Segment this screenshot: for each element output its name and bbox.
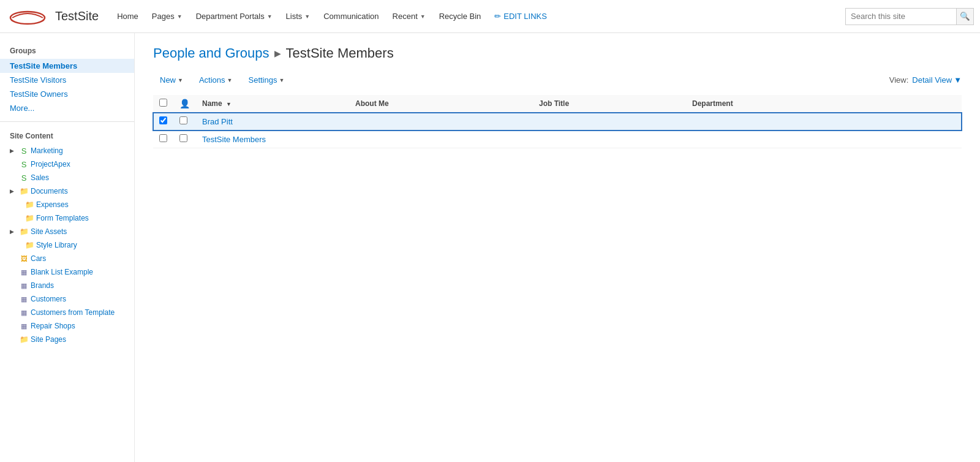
customers-template-icon: ▦ — [19, 308, 29, 317]
tree-item-form-templates[interactable]: 📁 Form Templates — [0, 211, 134, 225]
toggle-icon: ▶ — [10, 148, 17, 154]
tree-item-projectapex[interactable]: ▶ S ProjectApex — [0, 157, 134, 171]
tree-item-blank-list[interactable]: ▶ ▦ Blank List Example — [0, 265, 134, 279]
select-all-checkbox[interactable] — [159, 99, 167, 107]
nav-department-portals[interactable]: Department Portals▼ — [190, 0, 279, 33]
nav-home[interactable]: Home — [111, 0, 145, 33]
settings-button[interactable]: Settings ▼ — [242, 72, 292, 88]
group-name[interactable]: TestSite Members — [202, 135, 266, 144]
row-name-cell: Brad Pitt — [196, 113, 349, 131]
view-label: View: — [889, 75, 909, 85]
brands-icon: ▦ — [19, 281, 29, 290]
table-row: Brad Pitt — [153, 113, 962, 131]
projectapex-icon: S — [19, 159, 29, 169]
page-header: People and Groups ▶ TestSite Members — [153, 45, 962, 61]
pencil-icon: ✏ — [494, 12, 501, 21]
style-library-icon: 📁 — [24, 240, 34, 250]
col-header-job-title: Job Title — [533, 95, 686, 113]
row-department-cell — [686, 113, 962, 131]
sidebar-item-testsite-members[interactable]: TestSite Members — [0, 59, 134, 73]
toggle-assets: ▶ — [10, 229, 17, 235]
tree-item-repair-shops[interactable]: ▶ ▦ Repair Shops — [0, 319, 134, 333]
view-chevron: ▼ — [954, 75, 962, 85]
tree-item-cars[interactable]: ▶ 🖼 Cars — [0, 252, 134, 265]
search-input[interactable] — [846, 9, 956, 25]
blank-list-icon: ▦ — [19, 267, 29, 277]
sidebar-item-testsite-visitors[interactable]: TestSite Visitors — [0, 73, 134, 87]
new-button[interactable]: New ▼ — [153, 72, 190, 88]
customers-icon: ▦ — [19, 294, 29, 304]
row-checkbox-cell — [153, 131, 173, 148]
sidebar: Groups TestSite Members TestSite Visitor… — [0, 33, 135, 462]
row-presence-cell — [173, 113, 196, 131]
table-header-row: 👤 Name ▼ About Me Job Title Department — [153, 95, 962, 113]
tree-item-style-library[interactable]: 📁 Style Library — [0, 238, 134, 252]
top-nav: TestSite Home Pages▼ Department Portals▼… — [0, 0, 980, 33]
tree-item-site-assets[interactable]: ▶ 📁 Site Assets — [0, 225, 134, 238]
new-chevron: ▼ — [178, 77, 183, 83]
row-checkbox-brad-pitt[interactable] — [159, 116, 167, 124]
edit-links[interactable]: ✏ EDIT LINKS — [488, 12, 553, 21]
documents-icon: 📁 — [19, 186, 29, 196]
groups-title: Groups — [0, 43, 134, 59]
nav-recycle-bin[interactable]: Recycle Bin — [433, 0, 488, 33]
col-header-presence: 👤 — [173, 95, 196, 113]
presence-icon: 👤 — [179, 99, 190, 108]
sidebar-item-testsite-owners[interactable]: TestSite Owners — [0, 87, 134, 101]
detail-view-link[interactable]: Detail View ▼ — [912, 75, 962, 85]
site-content-title: Site Content — [0, 128, 134, 144]
row-presence-check[interactable] — [179, 116, 187, 124]
form-templates-icon: 📁 — [24, 213, 34, 223]
people-table: 👤 Name ▼ About Me Job Title Department — [153, 95, 962, 148]
tree-item-site-pages[interactable]: ▶ 📁 Site Pages — [0, 333, 134, 346]
actions-label: Actions — [199, 75, 225, 85]
row-checkbox-cell — [153, 113, 173, 131]
tree-item-documents[interactable]: ▶ 📁 Documents — [0, 184, 134, 198]
tree-item-expenses[interactable]: 📁 Expenses — [0, 198, 134, 211]
main-nav: Home Pages▼ Department Portals▼ Lists▼ C… — [111, 0, 845, 33]
tree-item-marketing[interactable]: ▶ S Marketing — [0, 144, 134, 157]
row-checkbox-testsite-members[interactable] — [159, 134, 167, 142]
cars-icon: 🖼 — [19, 254, 29, 263]
nav-lists[interactable]: Lists▼ — [280, 0, 317, 33]
name-sort-icon: ▼ — [226, 101, 232, 107]
col-header-name[interactable]: Name ▼ — [196, 95, 349, 113]
breadcrumb-separator: ▶ — [274, 48, 281, 58]
nav-communication[interactable]: Communication — [317, 0, 385, 33]
row-department-cell — [686, 131, 962, 148]
row-presence-check2[interactable] — [179, 134, 187, 142]
page-title: TestSite Members — [286, 45, 394, 61]
site-logo — [6, 4, 49, 29]
row-about-me-cell — [349, 131, 533, 148]
new-label: New — [160, 75, 176, 85]
col-header-check — [153, 95, 173, 113]
nav-recent[interactable]: Recent▼ — [386, 0, 432, 33]
search-button[interactable]: 🔍 — [956, 9, 973, 25]
search-area: 🔍 — [845, 8, 974, 25]
site-title: TestSite — [55, 9, 99, 23]
site-assets-icon: 📁 — [19, 227, 29, 237]
row-presence-cell — [173, 131, 196, 148]
tree-item-customers[interactable]: ▶ ▦ Customers — [0, 292, 134, 306]
sales-icon: S — [19, 173, 29, 183]
actions-chevron: ▼ — [227, 77, 233, 83]
logo-area: TestSite — [6, 4, 99, 29]
breadcrumb[interactable]: People and Groups — [153, 45, 270, 61]
tree-item-customers-from-template[interactable]: ▶ ▦ Customers from Template — [0, 306, 134, 319]
sidebar-divider — [0, 121, 134, 122]
tree-item-brands[interactable]: ▶ ▦ Brands — [0, 279, 134, 292]
row-job-title-cell — [533, 131, 686, 148]
sidebar-more[interactable]: More... — [0, 101, 134, 115]
settings-label: Settings — [249, 75, 277, 85]
site-pages-icon: 📁 — [19, 335, 29, 344]
nav-pages[interactable]: Pages▼ — [146, 0, 189, 33]
page-layout: Groups TestSite Members TestSite Visitor… — [0, 33, 980, 462]
table-row: TestSite Members — [153, 131, 962, 148]
marketing-icon: S — [19, 146, 29, 156]
view-controls: View: Detail View ▼ — [889, 75, 962, 85]
row-about-me-cell — [349, 113, 533, 131]
tree-item-sales[interactable]: ▶ S Sales — [0, 171, 134, 184]
person-name[interactable]: Brad Pitt — [202, 117, 233, 126]
actions-button[interactable]: Actions ▼ — [192, 72, 239, 88]
row-name-cell: TestSite Members — [196, 131, 349, 148]
